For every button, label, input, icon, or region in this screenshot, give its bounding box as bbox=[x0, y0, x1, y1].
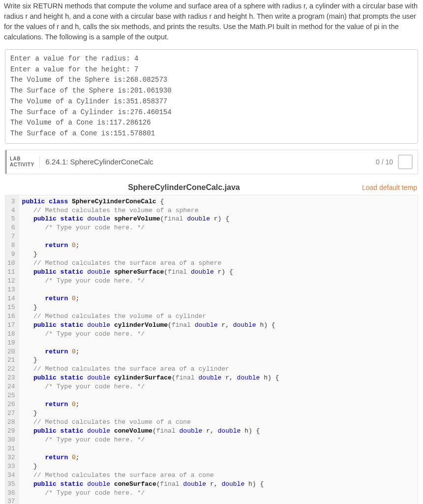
problem-statement: Write six RETURN methods that compute th… bbox=[0, 0, 423, 47]
lab-tag: LAB ACTIVITY bbox=[10, 156, 40, 168]
lab-score: 0 / 10 bbox=[376, 158, 393, 166]
code-content[interactable]: public class SphereCylinderConeCalc { //… bbox=[19, 195, 282, 504]
lab-activity-bar: LAB ACTIVITY 6.24.1: SphereCylinderConeC… bbox=[5, 150, 418, 174]
load-default-link[interactable]: Load default temp bbox=[362, 184, 417, 191]
line-gutter: 3 4 5 6 7 8 9 10 11 12 13 14 15 16 17 18… bbox=[5, 195, 19, 504]
editor-header: SphereCylinderConeCalc.java Load default… bbox=[0, 179, 423, 195]
editor-filename: SphereCylinderConeCalc.java bbox=[6, 183, 362, 192]
lab-status-box[interactable] bbox=[398, 155, 413, 169]
lab-title: 6.24.1: SphereCylinderConeCalc bbox=[46, 158, 153, 166]
code-editor[interactable]: 3 4 5 6 7 8 9 10 11 12 13 14 15 16 17 18… bbox=[5, 195, 418, 504]
sample-output: Enter a value for the radius: 4 Enter a … bbox=[5, 49, 418, 144]
